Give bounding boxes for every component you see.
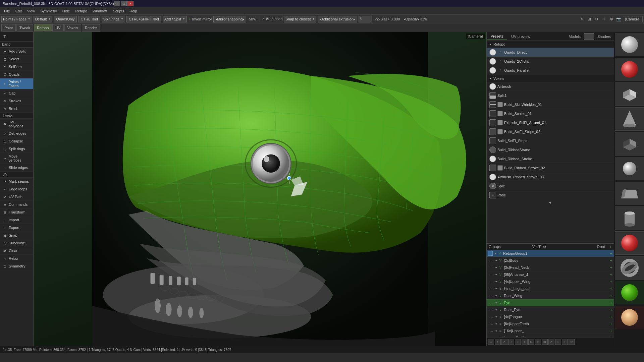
vt-tool-11[interactable]: ↔	[555, 339, 561, 345]
vt-row-hind-legs[interactable]: – ● S Hind_Legs_cop +	[487, 285, 614, 292]
vt-row-4x-tongue[interactable]: – ● S [4x]Tongue +	[487, 313, 614, 320]
left-item-move-vertices[interactable]: ↔ Move vertices	[0, 153, 33, 164]
body-add[interactable]: +	[610, 258, 612, 263]
left-item-snap[interactable]: ⊕ Snap	[0, 232, 33, 239]
tab-presets[interactable]: Presets	[487, 33, 507, 40]
snap-closest-dropdown[interactable]: Snap to closest ▼	[284, 16, 316, 22]
preview-cone[interactable]	[615, 107, 644, 131]
vt-row-8x-upperteeth[interactable]: – ● S [8x]UpperTeeth +	[487, 320, 614, 327]
move-icon[interactable]: ✛	[601, 16, 607, 22]
vt-tool-2[interactable]: +	[495, 339, 501, 345]
upper-add[interactable]: +	[610, 328, 612, 334]
hind-add[interactable]: +	[610, 286, 612, 291]
retopo-airbrush[interactable]: Airbrush	[487, 82, 614, 91]
viewport[interactable]: [Camera]	[34, 32, 486, 346]
left-item-import[interactable]: ↓ Import	[0, 216, 33, 224]
light-icon[interactable]: ☀	[579, 16, 585, 22]
retopo-build-scales[interactable]: Build_Scales_01	[487, 109, 614, 118]
default-dropdown[interactable]: Default ▼	[34, 16, 53, 22]
preview-cylinder[interactable]	[615, 206, 644, 230]
menu-hide[interactable]: Hide	[60, 8, 73, 14]
invert-mirror-checkbox[interactable]: ✓ Invert mirror	[188, 17, 212, 21]
retopo-build-scifi-strips2[interactable]: Build_SciFi_Strips_02	[487, 127, 614, 136]
viewport-canvas[interactable]: [Camera]	[34, 32, 486, 346]
left-item-transform[interactable]: ⊞ Transform	[0, 208, 33, 216]
vt-row-16x-upper[interactable]: – ● S [16x]Upper_ +	[487, 327, 614, 335]
left-item-selpath[interactable]: ~ SelPath	[0, 63, 33, 71]
root-add-btn[interactable]: +	[607, 244, 614, 249]
ant-add[interactable]: +	[610, 272, 612, 277]
preview-portrait[interactable]	[615, 306, 644, 329]
ctrl-shift-tool-btn[interactable]: CTRL+SHIFT Tool	[126, 16, 161, 22]
auto-snap-checkbox[interactable]: ✓ Auto snap	[262, 17, 282, 21]
left-item-del-edges[interactable]: ✕ Del. edges	[0, 130, 33, 137]
vt-tool-13[interactable]: ⊗	[569, 339, 575, 345]
menu-view[interactable]: View	[24, 8, 38, 14]
wing-add[interactable]: +	[610, 279, 612, 284]
vt-tool-1[interactable]: ⊞	[488, 339, 494, 345]
vt-tool-5[interactable]: ↓	[515, 339, 521, 345]
upperteeth-add[interactable]: +	[610, 321, 612, 326]
vt-row-rear-wing[interactable]: – ● V Rear_Wing +	[487, 292, 614, 299]
camera-label[interactable]: [Camera]	[623, 16, 643, 22]
menu-help[interactable]: Help	[127, 8, 140, 14]
left-item-add-split[interactable]: + Add / Split	[0, 48, 33, 55]
menu-file[interactable]: File	[1, 8, 13, 14]
add-split-dropdown[interactable]: Add / Split ▼	[163, 16, 187, 22]
retopo-quads-parallel[interactable]: / Quads_Parallel	[487, 66, 614, 75]
vt-tool-8[interactable]: ◻	[535, 339, 541, 345]
left-item-quads[interactable]: ⬡ Quads	[0, 71, 33, 78]
left-item-subdivide[interactable]: ⬡ Subdivide	[0, 239, 33, 247]
left-item-commands[interactable]: ≡ Commands	[0, 201, 33, 208]
tab-tweak[interactable]: Tweak	[16, 24, 33, 32]
left-item-cap[interactable]: ○ Cap	[0, 89, 33, 97]
tab-uv[interactable]: UV	[52, 24, 63, 32]
menu-scripts[interactable]: Scripts	[110, 8, 127, 14]
left-item-relax[interactable]: ≈ Relax	[0, 255, 33, 262]
left-item-clear[interactable]: ✕ Clear	[0, 247, 33, 255]
tab-paint[interactable]: Paint	[1, 24, 16, 32]
rotate-icon[interactable]: ↺	[593, 16, 600, 22]
left-item-export[interactable]: ↑ Export	[0, 224, 33, 232]
left-item-del-polygons[interactable]: ✕ Del. polygons	[0, 119, 33, 130]
additional-extrusion-btn[interactable]: •Additional extrusion•	[318, 16, 357, 22]
vt-row-05-antanae[interactable]: – ● V [05]Antanae_d +	[487, 271, 614, 278]
vt-row-rear-eye[interactable]: – ● V Rear_Eye +	[487, 306, 614, 313]
menu-symmetry[interactable]: Symmetry	[38, 8, 60, 14]
retopo-build-ribbedstrand[interactable]: Build_RibbedStrand	[487, 145, 614, 155]
vt-tool-4[interactable]: ↑	[508, 339, 514, 345]
ctrl-tool-btn[interactable]: CTRL Tool	[78, 16, 100, 22]
close-button[interactable]: ✕	[127, 1, 133, 6]
layers-dropdown[interactable]: Points / Faces ▼	[1, 16, 32, 22]
split-rings-dropdown[interactable]: Split rings ▼	[102, 16, 125, 22]
preview-cube-white[interactable]	[615, 82, 644, 106]
preview-sphere-small[interactable]	[615, 157, 644, 180]
eye-add[interactable]: +	[610, 300, 612, 305]
retopogroup1-eye-icon[interactable]	[488, 251, 493, 256]
scroll-down-btn[interactable]: ▼	[487, 200, 614, 206]
voxels-collapse-arrow[interactable]: ▼	[489, 77, 492, 80]
retopo-split1[interactable]: Split1	[487, 91, 614, 100]
preview-torus[interactable]	[615, 256, 644, 280]
left-item-mark-seams[interactable]: ~ Mark seams	[0, 178, 33, 185]
retopo-quads-direct[interactable]: / Quads_Direct	[487, 48, 614, 57]
tongue-add[interactable]: +	[610, 314, 612, 319]
vt-tool-12[interactable]: ↕	[562, 339, 568, 345]
vt-tool-9[interactable]: ⊞	[542, 339, 548, 345]
left-item-select[interactable]: ◻ Select	[0, 55, 33, 63]
reareye-add[interactable]: +	[610, 307, 612, 312]
head-add[interactable]: +	[610, 265, 612, 270]
extrusion-input[interactable]: 0	[359, 16, 372, 22]
left-item-edge-loops[interactable]: ○ Edge loops	[0, 185, 33, 193]
retopo-build-ribbed-stroke2[interactable]: Build_Ribbed_Stroke_02	[487, 164, 614, 173]
tab-retopo[interactable]: Retopo	[34, 24, 52, 32]
retopogroup1-add[interactable]: +	[610, 251, 612, 256]
left-item-strokes[interactable]: ≋ Strokes	[0, 97, 33, 105]
scale-icon[interactable]: ⊕	[608, 16, 615, 22]
camera-icon[interactable]: 📷	[615, 16, 622, 22]
vt-tool-3[interactable]: ✕	[501, 339, 507, 345]
rearwing-add[interactable]: +	[610, 293, 612, 298]
quads-only-btn[interactable]: QuadsOnly	[54, 16, 77, 22]
left-item-points-faces[interactable]: • Points / Faces	[0, 78, 33, 89]
tool-select-icon[interactable]: T	[1, 34, 8, 40]
